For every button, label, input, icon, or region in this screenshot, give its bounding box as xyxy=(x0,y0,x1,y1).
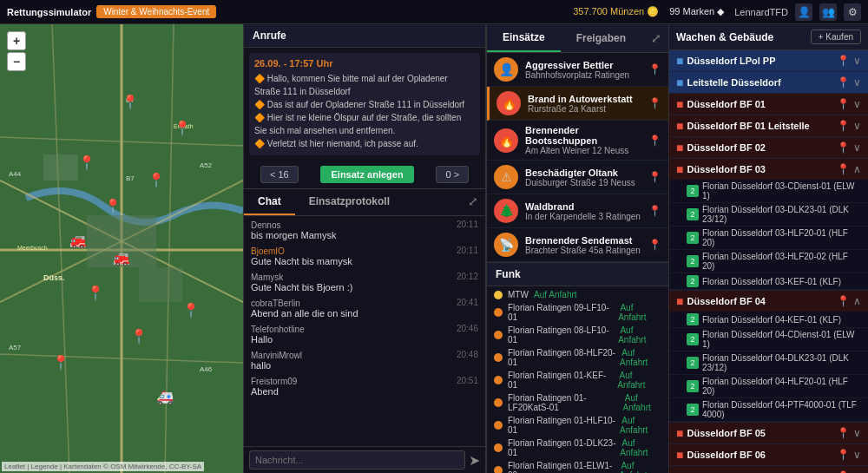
wachen-sub-item[interactable]: 2 Florian Düsseldorf 04-CDienst-01 (ELW … xyxy=(669,328,868,351)
zoom-out-button[interactable]: − xyxy=(7,52,26,71)
middle-panel: Anrufe 26.09. - 17:57 Uhr 🔶 Hallo, komme… xyxy=(243,24,486,473)
wachen-expand-icon[interactable]: ∨ xyxy=(853,98,861,110)
incident-item[interactable]: 🔥 Brennender Bootsschuppen Am Alten Wein… xyxy=(487,121,668,161)
map-marker-5[interactable]: 🚒 xyxy=(69,233,87,249)
wachen-building-header[interactable]: ■ Düsseldorf BF 02 📍 ∨ xyxy=(669,137,868,158)
wachen-building-header[interactable]: ■ Düsseldorf BF 05 📍 ∨ xyxy=(669,423,868,443)
wachen-sub-item[interactable]: 2 Florian Düsseldorf 04-HLF20-01 (HLF 20… xyxy=(669,375,868,398)
wachen-expand-icon[interactable]: ∧ xyxy=(853,163,861,175)
funk-item: Florian Ratingen 01-ELW1-02 Auf Anfahrt xyxy=(487,459,668,473)
map-marker-9[interactable]: 📍 xyxy=(52,354,69,371)
wachen-location-icon[interactable]: 📍 xyxy=(837,163,850,175)
wachen-building-name: Düsseldorf BF 01 Leitstelle xyxy=(687,121,837,131)
incident-item[interactable]: ⚠ Beschädigter Oltank Duisburger Straße … xyxy=(487,161,668,194)
map-marker-7[interactable]: 📍 xyxy=(87,285,104,301)
map-marker-2[interactable]: 📍 xyxy=(78,154,95,171)
incident-addr: Bahnhofsvorplatz Ratingen xyxy=(525,70,645,80)
wachen-expand-icon[interactable]: ∧ xyxy=(853,295,861,307)
wachen-building-item: ■ Düsseldorf BF 04 📍 ∧ 2 Florian Düsseld… xyxy=(669,291,868,423)
map-marker-11[interactable]: 📍 xyxy=(174,120,191,136)
map-marker-8[interactable]: 📍 xyxy=(130,328,148,345)
incident-item[interactable]: 🌲 Waldbrand In der Karpendelle 3 Ratinge… xyxy=(487,194,668,228)
chat-expand-icon[interactable]: ⤢ xyxy=(461,189,485,215)
map-marker-4[interactable]: 📍 xyxy=(148,172,165,188)
coins-display: 357.700 Münzen 🪙 xyxy=(573,6,659,17)
wachen-location-icon[interactable]: 📍 xyxy=(837,427,850,439)
chat-message-item: cobraTBerlin 20:41 Abend an alle die on … xyxy=(251,298,478,319)
wachen-location-icon[interactable]: 📍 xyxy=(837,55,850,67)
wachen-location-icon[interactable]: 📍 xyxy=(837,295,850,307)
wachen-expand-icon[interactable]: ∨ xyxy=(853,449,861,461)
wachen-building-header[interactable]: ■ Düsseldorf LPol PP 📍 ∨ xyxy=(669,50,868,71)
map-marker-12[interactable]: 📍 xyxy=(182,302,200,319)
tab-einsatzprotokoll[interactable]: Einsatzprotokoll xyxy=(295,189,404,215)
incident-item[interactable]: 👤 Aggressiver Bettler Bahnhofsvorplatz R… xyxy=(487,53,668,87)
map-marker-6[interactable]: 🚒 xyxy=(113,250,130,266)
wachen-building-header[interactable]: ■ Düsseldorf BF 01 📍 ∨ xyxy=(669,94,868,115)
wachen-list: ■ Düsseldorf LPol PP 📍 ∨ ■ Leitstelle Dü… xyxy=(669,50,868,473)
settings-icon[interactable]: ⚙ xyxy=(844,3,861,21)
wachen-location-icon[interactable]: 📍 xyxy=(837,120,850,132)
wachen-sub-item[interactable]: 2 Florian Düsseldorf 03-HLF20-02 (HLF 20… xyxy=(669,250,868,273)
einsaetze-expand-icon[interactable]: ⤢ xyxy=(644,26,668,50)
wachen-building-header[interactable]: ■ Düsseldorf BF 03 📍 ∧ xyxy=(669,159,868,180)
chat-input[interactable] xyxy=(249,450,465,470)
map-marker-10[interactable]: 🚑 xyxy=(156,389,174,405)
wachen-building-header[interactable]: ■ Leitstelle Düsseldorf 📍 ∨ xyxy=(669,72,868,93)
tab-einsaetze[interactable]: Einsätze xyxy=(487,24,561,52)
chat-send-button[interactable]: ➤ xyxy=(469,452,480,469)
wachen-flag-icon: ■ xyxy=(676,97,683,111)
map-marker-1[interactable]: 📍 xyxy=(122,94,139,110)
map-marker-3[interactable]: 📍 xyxy=(104,198,122,214)
wachen-sub-item[interactable]: 2 Florian Düsseldorf 03-HLF20-01 (HLF 20… xyxy=(669,227,868,250)
chat-time: 20:12 xyxy=(457,272,478,281)
chat-sender: Freistorm09 xyxy=(251,377,297,386)
wachen-building-header[interactable]: ■ Düsseldorf BF 01 Leitstelle 📍 ∨ xyxy=(669,115,868,136)
tab-freigaben[interactable]: Freigaben xyxy=(561,25,641,51)
wachen-location-icon[interactable]: 📍 xyxy=(837,76,850,89)
wachen-expand-icon[interactable]: ∨ xyxy=(853,141,861,154)
incident-location-icon: 📍 xyxy=(648,135,661,147)
incident-item[interactable]: 🔥 Brand in Autowerkstatt Rurstraße 2a Ka… xyxy=(487,87,668,121)
wachen-building-header[interactable]: ■ Düsseldorf BF 07 📍 ∨ xyxy=(669,466,868,473)
wachen-expand-icon[interactable]: ∨ xyxy=(853,427,861,439)
incident-icon: 📡 xyxy=(494,233,518,257)
wachen-sub-item[interactable]: 2 Florian Düsseldorf 03-DLK23-01 (DLK 23… xyxy=(669,203,868,227)
incident-list: 👤 Aggressiver Bettler Bahnhofsvorplatz R… xyxy=(487,53,668,262)
wachen-expand-icon[interactable]: ∨ xyxy=(853,55,861,67)
wachen-flag-icon: ■ xyxy=(676,470,683,473)
funk-item: Florian Ratingen 09-LF10-01 Auf Anfahrt xyxy=(487,301,668,324)
wachen-action-icons: 📍 ∨ xyxy=(837,120,861,132)
user-icon[interactable]: 👤 xyxy=(795,3,812,21)
wachen-sub-badge: 2 xyxy=(687,404,699,416)
wachen-expand-icon[interactable]: ∨ xyxy=(853,120,861,132)
wachen-sub-item[interactable]: 2 Florian Düsseldorf 04-DLK23-01 (DLK 23… xyxy=(669,351,868,375)
funk-item: Florian Ratingen 01-LF20KatS-01 Auf Anfa… xyxy=(487,391,668,414)
wachen-sub-item[interactable]: 2 Florian Düsseldorf 04-PTF4000-01 (TLF … xyxy=(669,398,868,422)
wachen-expand-icon[interactable]: ∨ xyxy=(853,76,861,89)
wachen-location-icon[interactable]: 📍 xyxy=(837,98,850,110)
chat-time: 20:41 xyxy=(457,298,478,307)
wachen-sub-badge: 2 xyxy=(687,333,699,345)
map-panel: B7 B7 A44 A52 A57 A46 Meerbusch Düss. Er… xyxy=(0,24,243,473)
funk-status-text: Auf Anfahrt xyxy=(532,290,577,299)
call-nav-next[interactable]: 0 > xyxy=(436,166,469,183)
funk-item: Florian Ratingen 01-KEF-01 Auf Anfahrt xyxy=(487,369,668,391)
group-icon[interactable]: 👥 xyxy=(819,3,837,21)
incident-item[interactable]: 📡 Brennender Sendemast Brachter Straße 4… xyxy=(487,228,668,262)
kaufen-button[interactable]: + Kaufen xyxy=(811,30,861,44)
wachen-location-icon[interactable]: 📍 xyxy=(837,449,850,461)
wachen-location-icon[interactable]: 📍 xyxy=(837,141,850,154)
anrufe-header: Anrufe xyxy=(244,24,485,48)
wachen-sub-item[interactable]: 2 Florian Düsseldorf 03-KEF-01 (KLF) xyxy=(669,273,868,290)
tab-chat[interactable]: Chat xyxy=(244,189,295,215)
zoom-in-button[interactable]: + xyxy=(7,31,26,50)
chat-message-item: Telefonhotline 20:46 Hallo xyxy=(251,324,478,345)
wachen-sub-item[interactable]: 2 Florian Düsseldorf 04-KEF-01 (KLF) xyxy=(669,312,868,328)
wachen-building-header[interactable]: ■ Düsseldorf BF 04 📍 ∧ xyxy=(669,291,868,312)
wachen-building-header[interactable]: ■ Düsseldorf BF 06 📍 ∨ xyxy=(669,444,868,465)
einsatz-anlegen-button[interactable]: Einsatz anlegen xyxy=(320,166,413,183)
wachen-sub-item[interactable]: 2 Florian Düsseldorf 03-CDienst-01 (ELW … xyxy=(669,180,868,203)
event-badge[interactable]: Winter & Weihnachts-Event xyxy=(96,5,216,18)
call-nav-prev[interactable]: < 16 xyxy=(260,166,299,183)
